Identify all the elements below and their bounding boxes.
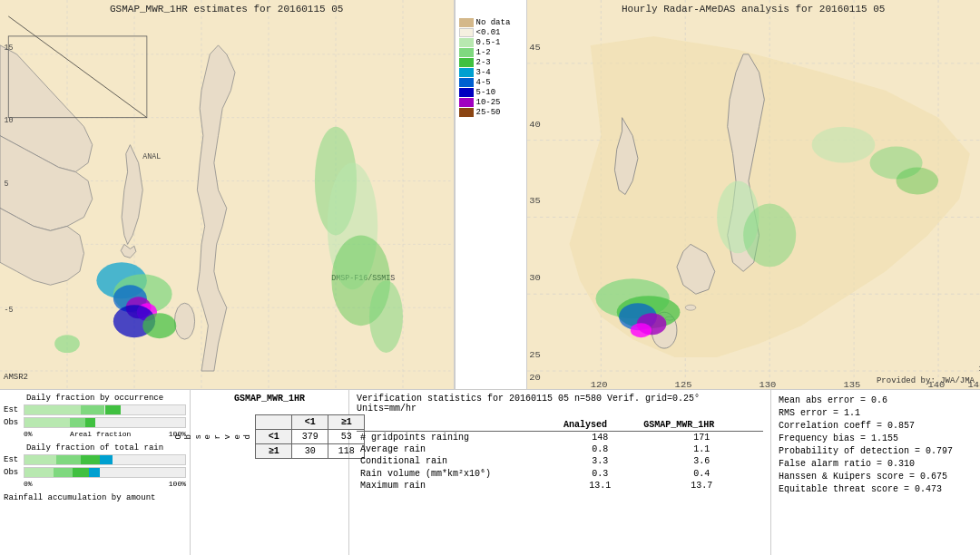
false-alarm-ratio: False alarm ratio = 0.310 bbox=[779, 459, 973, 469]
rain-axis: 0% 100% bbox=[24, 480, 186, 488]
ct-col-lt1: <1 bbox=[292, 415, 328, 430]
est-rain-bar bbox=[24, 454, 186, 465]
stats-label-3: Rain volume (mm*km²x10⁶) bbox=[357, 467, 560, 480]
svg-text:-5: -5 bbox=[5, 306, 14, 315]
maps-row: GSMAP_MWR_1HR estimates for 20160115 05 bbox=[0, 0, 980, 390]
right-map-svg: 45 40 35 30 25 20 120 125 130 135 140 14… bbox=[527, 0, 981, 389]
obs-occurrence-row: Obs bbox=[4, 417, 186, 428]
rms-error: RMS error = 1.1 bbox=[779, 408, 973, 418]
obs-occurrence-bar bbox=[24, 417, 186, 428]
obs-rain-row: Obs bbox=[4, 467, 186, 478]
left-map-svg: 15 10 5 -5 ANAL DMSP-F16/SSMIS bbox=[0, 0, 454, 389]
occurrence-axis: 0% Areal fraction 100% bbox=[24, 430, 186, 438]
est-bar-green bbox=[24, 405, 81, 414]
stats-gsmap-4: 13.7 bbox=[640, 480, 763, 492]
legend-05-1: 0.5-1 bbox=[459, 38, 523, 47]
obs-rain-bar bbox=[24, 467, 186, 478]
est-occurrence-bar bbox=[24, 404, 186, 415]
bottom-row: Daily fraction by occurrence Est Obs bbox=[0, 390, 980, 555]
stats-panel: Verification statistics for 20160115 05 … bbox=[349, 390, 771, 555]
svg-point-33 bbox=[369, 280, 403, 353]
mean-abs-error: Mean abs error = 0.6 bbox=[779, 395, 973, 405]
obs-rain-label: Obs bbox=[4, 468, 24, 477]
equitable-threat: Equitable threat score = 0.473 bbox=[779, 484, 973, 494]
obs-label: Obs bbox=[4, 418, 24, 427]
obs-bar-dark bbox=[85, 418, 95, 427]
stats-row-4: Maximum rain 13.1 13.7 bbox=[357, 480, 763, 492]
rain-chart-title: Daily fraction of total rain bbox=[4, 443, 186, 453]
svg-text:35: 35 bbox=[529, 197, 541, 206]
svg-text:20: 20 bbox=[529, 374, 541, 383]
ct-row-ge1: ≥1 30 118 bbox=[256, 444, 365, 459]
stats-row-0: # gridpoints raining 148 171 bbox=[357, 432, 763, 443]
provider-label: Provided by: JWA/JMA bbox=[877, 376, 975, 385]
legend-panel: No data <0.01 0.5-1 1-2 2-3 bbox=[455, 0, 527, 389]
legend-no-data: No data bbox=[459, 18, 523, 27]
stats-gsmap-1: 1.1 bbox=[640, 443, 763, 455]
svg-text:125: 125 bbox=[674, 381, 691, 389]
right-map-title: Hourly Radar-AMeDAS analysis for 2016011… bbox=[527, 4, 981, 15]
contingency-table-wrapper: Observed <1 ≥1 <1 379 53 ≥1 30 bbox=[174, 414, 365, 459]
legend-1-2: 1-2 bbox=[459, 48, 523, 57]
stats-analysed-1: 0.8 bbox=[560, 443, 640, 455]
stats-label-4: Maximum rain bbox=[357, 480, 560, 492]
ct-val-a: 379 bbox=[292, 430, 328, 444]
stats-col-gsmap: GSMAP_MWR_1HR bbox=[640, 419, 763, 432]
contingency-panel: GSMAP_MWR_1HR Observed <1 ≥1 <1 379 53 bbox=[191, 390, 349, 555]
est-bar-dark bbox=[105, 405, 122, 414]
contingency-title: GSMAP_MWR_1HR bbox=[234, 394, 305, 404]
stats-label-1: Average rain bbox=[357, 443, 560, 455]
left-map-panel: GSMAP_MWR_1HR estimates for 20160115 05 bbox=[0, 0, 455, 389]
stats-title: Verification statistics for 20160115 05 … bbox=[357, 394, 763, 414]
ct-val-c: 30 bbox=[292, 444, 328, 459]
ct-row-label-lt1: <1 bbox=[256, 430, 292, 444]
metrics-panel: Mean abs error = 0.6 RMS error = 1.1 Cor… bbox=[771, 390, 980, 555]
legend-3-4: 3-4 bbox=[459, 68, 523, 77]
correlation-coeff: Correlation coeff = 0.857 bbox=[779, 421, 973, 431]
svg-text:ANAL: ANAL bbox=[142, 151, 161, 161]
amsr2-label: AMSR2 bbox=[4, 373, 28, 382]
svg-text:40: 40 bbox=[529, 120, 541, 129]
prob-detection: Probability of detection = 0.797 bbox=[779, 446, 973, 456]
stats-label-0: # gridpoints raining bbox=[357, 432, 560, 443]
legend-4-5: 4-5 bbox=[459, 78, 523, 87]
svg-point-59 bbox=[685, 305, 696, 310]
rain-chart: Est Obs bbox=[4, 454, 186, 488]
obs-bar-green bbox=[24, 418, 70, 427]
est-rain-label: Est bbox=[4, 455, 24, 464]
freq-bias: Frequency bias = 1.155 bbox=[779, 433, 973, 443]
charts-panel: Daily fraction by occurrence Est Obs bbox=[0, 390, 191, 555]
observed-side-label: Observed bbox=[174, 434, 252, 439]
main-container: GSMAP_MWR_1HR estimates for 20160115 05 bbox=[0, 0, 980, 555]
svg-text:135: 135 bbox=[843, 381, 860, 389]
svg-point-65 bbox=[630, 323, 651, 337]
svg-point-67 bbox=[743, 203, 796, 267]
stats-gsmap-2: 3.6 bbox=[640, 455, 763, 467]
stats-header-row: Analysed GSMAP_MWR_1HR bbox=[357, 419, 763, 432]
svg-point-70 bbox=[896, 168, 937, 195]
svg-text:45: 45 bbox=[529, 44, 541, 53]
legend-5-10: 5-10 bbox=[459, 88, 523, 97]
legend-lt001: <0.01 bbox=[459, 28, 523, 37]
stats-row-2: Conditional rain 3.3 3.6 bbox=[357, 455, 763, 467]
stats-analysed-4: 13.1 bbox=[560, 480, 640, 492]
stats-analysed-0: 148 bbox=[560, 432, 640, 443]
stats-gsmap-3: 0.4 bbox=[640, 467, 763, 480]
svg-point-20 bbox=[142, 313, 176, 338]
stats-table: Analysed GSMAP_MWR_1HR # gridpoints rain… bbox=[357, 419, 763, 492]
ct-row-label-ge1: ≥1 bbox=[256, 444, 292, 459]
svg-text:30: 30 bbox=[529, 274, 541, 283]
ct-header-row: <1 ≥1 bbox=[256, 415, 365, 430]
stats-analysed-2: 3.3 bbox=[560, 455, 640, 467]
occurrence-chart: Est Obs 0% A bbox=[4, 404, 186, 438]
svg-point-68 bbox=[811, 127, 875, 163]
legend-25-50: 25-50 bbox=[459, 108, 523, 117]
hanssen-kuipers: Hanssen & Kuipers score = 0.675 bbox=[779, 472, 973, 482]
stats-col-analysed: Analysed bbox=[560, 419, 640, 432]
est-bar-mid bbox=[81, 405, 105, 414]
stats-gsmap-0: 171 bbox=[640, 432, 763, 443]
svg-text:120: 120 bbox=[590, 381, 607, 389]
svg-text:25: 25 bbox=[529, 351, 541, 360]
right-map-panel: Hourly Radar-AMeDAS analysis for 2016011… bbox=[527, 0, 981, 389]
svg-text:5: 5 bbox=[5, 179, 9, 188]
